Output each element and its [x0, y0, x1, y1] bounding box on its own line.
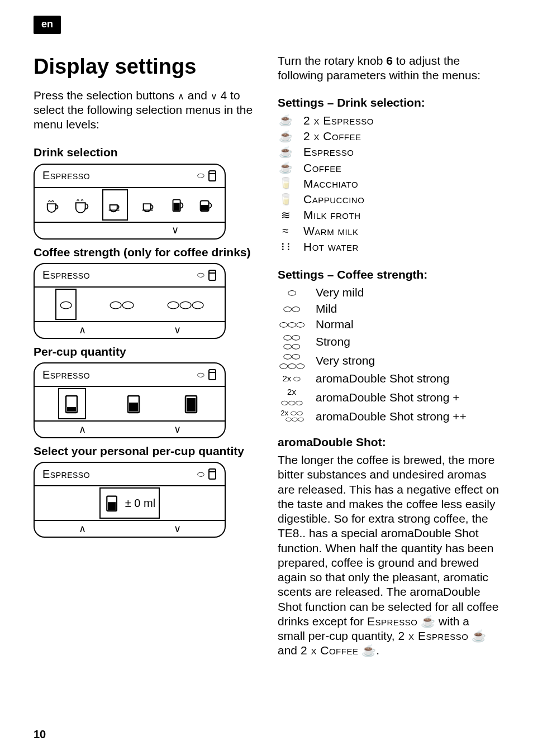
right-column: Turn the rotary knob 6 to adjust the fol…: [278, 54, 499, 658]
strength-label: Very strong: [316, 353, 375, 368]
glass-icon: [208, 369, 218, 381]
drink-label: 2 x Coffee: [303, 129, 361, 143]
svg-rect-0: [209, 171, 216, 181]
glass-macch-icon: 🥛: [278, 176, 293, 190]
down-arrow-icon: ∨: [172, 224, 179, 237]
svg-rect-7: [201, 205, 208, 210]
bean-1-icon: ⬭: [60, 295, 72, 314]
down-arrow-icon: ∨: [174, 324, 181, 337]
hot-water-icon: ⫶⫶: [278, 240, 293, 253]
bean-3-icon: ⬭⬭⬭: [167, 295, 204, 314]
drink-label: Milk froth: [303, 208, 361, 222]
drink-label: Coffee: [303, 161, 341, 175]
glass-capp-icon: 🥛: [278, 193, 293, 207]
section-drink-label: Drink selection: [34, 145, 255, 160]
up-arrow-icon: ∧: [79, 423, 86, 436]
glass-icon: [208, 269, 218, 281]
cup-med-icon: [125, 393, 144, 415]
display-strength: Espresso ⬭ ⬭ ⬭⬭ ⬭⬭⬭ ∧ ∨: [34, 263, 226, 339]
cup-2cof-icon: ☕: [278, 130, 293, 143]
down-arrow-icon: ∨: [174, 423, 181, 436]
aroma-3-icon: 2x ⬭⬭ ⬭⬭⬭: [278, 410, 306, 422]
display-title-3: Espresso: [42, 368, 90, 382]
selected-percup-box: [58, 388, 86, 419]
glass-icon: [208, 468, 218, 480]
svg-rect-13: [67, 407, 76, 412]
bean-1-icon: ⬭: [278, 288, 306, 297]
display-topright-icons-4: ⬭: [197, 468, 218, 480]
aroma-body: The longer the coffee is brewed, the mor…: [278, 453, 499, 658]
bean-5-icon: ⬭⬭⬭⬭⬭: [278, 352, 306, 370]
drink-label: Hot water: [303, 240, 359, 254]
display-title: Espresso: [42, 169, 90, 183]
selected-personal-box: ± 0 ml: [99, 487, 160, 519]
display-topright-icons: ⬭: [197, 170, 218, 182]
glass-macch-icon: [169, 197, 185, 213]
display-drink: Espresso ⬭ ∨: [34, 164, 226, 240]
intro-text: Press the selection buttons ∧ and ∨ 4 to…: [34, 88, 255, 132]
svg-rect-18: [209, 469, 216, 479]
svg-rect-10: [209, 370, 216, 380]
intro-a: Press the selection buttons: [34, 89, 178, 102]
up-arrow-icon: ∧: [79, 523, 86, 535]
left-column: Display settings Press the selection but…: [34, 54, 255, 658]
drink-label: 2 x Espresso: [303, 113, 374, 128]
drink-label: Espresso: [303, 145, 354, 159]
selected-strength-box: ⬭: [55, 289, 77, 320]
aroma-g: ☕.: [358, 644, 379, 657]
bean-3-icon: ⬭⬭⬭: [278, 320, 306, 329]
display-personal: Espresso ⬭ ± 0 ml ∧ ∨: [34, 462, 226, 538]
language-tab: en: [34, 16, 61, 34]
aroma-2-icon: 2x ⬭⬭⬭: [278, 387, 306, 408]
display-topright-icons-2: ⬭: [197, 269, 218, 281]
aroma-block: aromaDouble Shot: The longer the coffee …: [278, 435, 499, 658]
cup-2cof-icon: [74, 197, 91, 213]
cup-cof-icon: ☕: [278, 161, 293, 175]
bean-icon: ⬭: [197, 370, 205, 380]
cup-med-icon: [104, 493, 121, 513]
svg-rect-21: [108, 502, 116, 510]
ml-label: ± 0 ml: [125, 496, 155, 510]
section-personal-label: Select your personal per-cup quantity: [34, 444, 255, 458]
aroma-b: Espresso: [367, 615, 418, 628]
drink-label: Warm milk: [303, 224, 359, 238]
drink-label: Cappuccino: [303, 192, 364, 207]
bean-2-icon: ⬭⬭: [110, 295, 134, 314]
glass-icon: [208, 170, 218, 182]
bean-2-icon: ⬭⬭: [278, 304, 306, 313]
warm-milk-icon: ≈: [278, 224, 293, 238]
strength-list: ⬭Very mild ⬭⬭Mild ⬭⬭⬭Normal ⬭⬭⬭⬭Strong ⬭…: [278, 285, 499, 424]
strength-label: Very mild: [316, 285, 364, 300]
intro-b: and: [184, 89, 211, 102]
aroma-header: aromaDouble Shot:: [278, 435, 499, 449]
page-title: Display settings: [34, 54, 255, 80]
drink-label: Macchiato: [303, 176, 358, 191]
up-caret: ∧: [178, 92, 184, 101]
down-arrow-icon: ∨: [174, 523, 181, 535]
bean-icon: ⬭: [197, 170, 205, 181]
cup-2esp-icon: [45, 197, 62, 213]
selected-drink-box: [102, 189, 128, 221]
settings-drink-header: Settings – Drink selection:: [278, 95, 499, 110]
aroma-a: The longer the coffee is brewed, the mor…: [278, 453, 499, 628]
bean-icon: ⬭: [197, 469, 205, 480]
strength-label: Normal: [316, 317, 354, 332]
milk-froth-icon: ≋: [278, 208, 293, 222]
strength-label: aromaDouble Shot strong +: [316, 390, 459, 405]
settings-strength-header: Settings – Coffee strength:: [278, 267, 499, 282]
cup-2esp-icon: ☕: [278, 113, 293, 127]
aroma-1-icon: 2x ⬭: [278, 374, 306, 384]
glass-capp-icon: [197, 197, 214, 213]
display-topright-icons-3: ⬭: [197, 369, 218, 381]
section-percup-label: Per-cup quantity: [34, 344, 255, 359]
cup-small-icon: [63, 393, 82, 415]
cup-esp-icon: ☕: [278, 145, 293, 159]
svg-rect-17: [187, 398, 196, 412]
display-title-2: Espresso: [42, 268, 90, 282]
svg-rect-15: [129, 403, 138, 412]
strength-label: Mild: [316, 302, 337, 316]
display-title-4: Espresso: [42, 467, 90, 481]
cup-esp-icon: [107, 197, 123, 213]
down-caret: ∨: [211, 92, 217, 101]
right-intro: Turn the rotary knob 6 to adjust the fol…: [278, 54, 499, 83]
